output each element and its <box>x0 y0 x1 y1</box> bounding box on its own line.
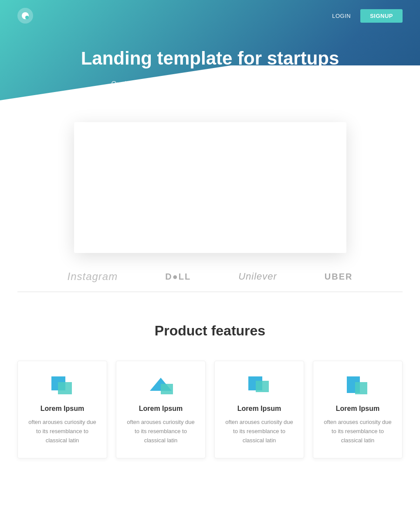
signup-button[interactable]: SIGNUP <box>360 9 403 23</box>
features-section: Product features Lorem Ipsum often arous… <box>0 305 420 485</box>
feature-card-2: Lorem Ipsum often arouses curiosity due … <box>116 361 206 458</box>
logo[interactable] <box>17 8 33 24</box>
feature-desc-2: often arouses curiosity due to its resem… <box>125 418 196 445</box>
feature-icon-3 <box>246 374 272 396</box>
partner-uber: UBER <box>325 272 353 282</box>
partners-section: Instagram D●LL Unilever UBER <box>0 253 420 305</box>
feature-card-4: Lorem Ipsum often arouses curiosity due … <box>313 361 403 458</box>
features-grid: Lorem Ipsum often arouses curiosity due … <box>17 361 403 458</box>
svg-rect-7 <box>355 382 367 394</box>
feature-name-2: Lorem Ipsum <box>139 405 183 413</box>
partner-instagram: Instagram <box>67 270 118 283</box>
bottom-spacer <box>0 485 420 516</box>
feature-card-3: Lorem Ipsum often arouses curiosity due … <box>214 361 304 458</box>
nav-links: LOGIN SIGNUP <box>328 9 403 23</box>
mockup-card <box>74 122 346 253</box>
feature-icon-4 <box>345 374 371 396</box>
feature-name-3: Lorem Ipsum <box>237 405 281 413</box>
feature-name-1: Lorem Ipsum <box>41 405 84 413</box>
svg-rect-5 <box>256 381 269 392</box>
partners-row: Instagram D●LL Unilever UBER <box>17 262 403 292</box>
login-link[interactable]: LOGIN <box>328 10 355 22</box>
feature-card-1: Lorem Ipsum often arouses curiosity due … <box>17 361 107 458</box>
feature-desc-1: often arouses curiosity due to its resem… <box>27 418 98 445</box>
feature-icon-1 <box>49 374 75 396</box>
svg-rect-1 <box>58 382 72 394</box>
partner-dell: D●LL <box>165 272 191 282</box>
feature-icon-2 <box>148 374 174 396</box>
feature-name-4: Lorem Ipsum <box>336 405 379 413</box>
feature-desc-4: often arouses curiosity due to its resem… <box>322 418 393 445</box>
svg-rect-3 <box>161 384 173 394</box>
features-title: Product features <box>17 323 403 339</box>
navbar: LOGIN SIGNUP <box>0 0 420 31</box>
feature-desc-3: often arouses curiosity due to its resem… <box>224 418 295 445</box>
partner-unilever: Unilever <box>238 271 277 282</box>
